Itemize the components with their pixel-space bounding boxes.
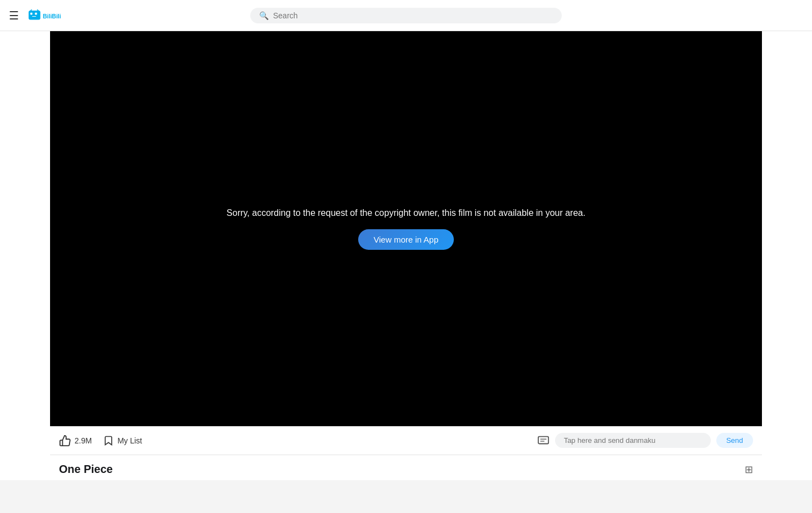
logo-container[interactable]: BiliBili (28, 7, 78, 24)
danmaku-area: Send (142, 433, 753, 448)
mylist-label: My List (117, 436, 142, 445)
svg-rect-0 (29, 11, 41, 20)
svg-rect-1 (31, 12, 33, 14)
svg-rect-2 (35, 12, 37, 14)
like-button[interactable]: 2.9M (59, 435, 92, 447)
search-container: 🔍 (250, 8, 562, 23)
thumbs-up-icon (59, 435, 71, 447)
title-bar: One Piece ⊞ (50, 455, 762, 480)
video-container: Sorry, according to the request of the c… (50, 31, 762, 426)
episodes-icon[interactable]: ⊞ (745, 463, 753, 476)
video-bottom-bar: 2.9M My List Send (50, 426, 762, 455)
danmaku-input[interactable] (555, 433, 711, 448)
main-content: Sorry, according to the request of the c… (0, 31, 812, 480)
search-icon: 🔍 (259, 11, 269, 20)
danmaku-icon[interactable] (537, 435, 549, 447)
like-count: 2.9M (75, 436, 92, 445)
search-input[interactable] (273, 11, 553, 20)
bilibili-logo[interactable]: BiliBili (28, 7, 78, 24)
view-more-app-button[interactable]: View more in App (358, 229, 454, 250)
mylist-button[interactable]: My List (103, 435, 142, 446)
video-title: One Piece (59, 463, 113, 476)
svg-rect-7 (538, 436, 548, 443)
send-button[interactable]: Send (716, 433, 753, 448)
bookmark-icon (103, 435, 114, 446)
svg-text:BiliBili: BiliBili (43, 12, 61, 19)
error-message: Sorry, according to the request of the c… (226, 208, 585, 218)
header: ☰ BiliBili 🔍 (0, 0, 812, 31)
menu-icon[interactable]: ☰ (9, 9, 19, 22)
video-player: Sorry, according to the request of the c… (50, 31, 762, 426)
